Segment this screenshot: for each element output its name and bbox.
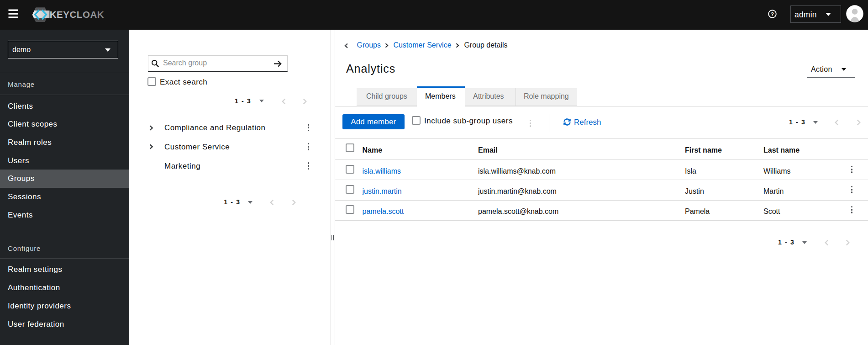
svg-text:?: ? <box>771 11 774 17</box>
svg-text:KEYCLOAK: KEYCLOAK <box>50 9 104 20</box>
